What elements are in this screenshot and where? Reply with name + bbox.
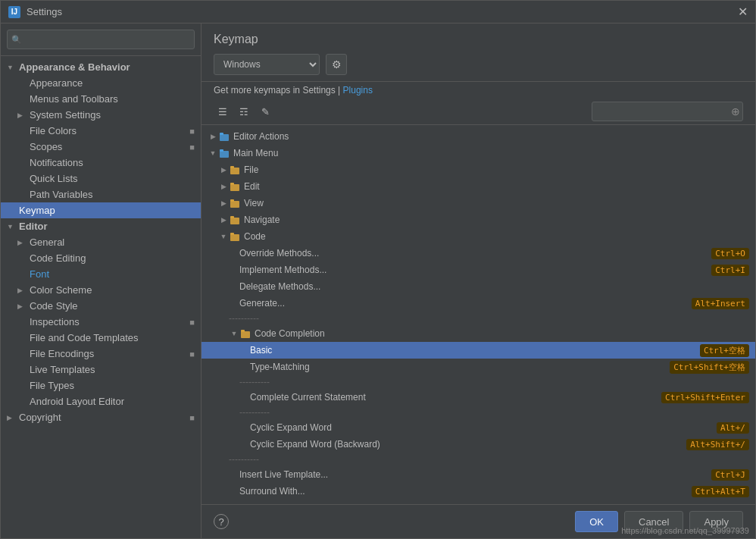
sidebar-item-font[interactable]: Font: [1, 266, 201, 282]
sidebar-item-keymap[interactable]: Keymap: [1, 202, 201, 218]
tree-item-cyclic-expand[interactable]: Cyclic Expand Word Alt+/: [201, 419, 755, 436]
shortcut-badge: Ctrl+O: [711, 248, 749, 259]
sidebar-item-label: Scopes: [30, 141, 62, 152]
tree-item-label: Code Completion: [255, 328, 749, 339]
tree-item-delegate-methods[interactable]: Delegate Methods...: [201, 278, 755, 295]
plugins-link[interactable]: Plugins: [343, 85, 373, 96]
right-panel: Keymap Windows Mac OS X Linux ⚙ Get more…: [201, 24, 755, 538]
shortcut-badge: Ctrl+空格: [700, 344, 749, 357]
chevron-down-icon: ▼: [208, 149, 218, 157]
sidebar-item-code-style[interactable]: ▶ Code Style: [1, 298, 201, 314]
tree-item-complete-current[interactable]: Complete Current Statement Ctrl+Shift+En…: [201, 389, 755, 406]
tree-separator-3: ----------: [201, 406, 755, 419]
sidebar-item-menus-toolbars[interactable]: Menus and Toolbars: [1, 91, 201, 107]
search-field-wrapper: ⊕: [592, 102, 743, 121]
sidebar-item-notifications[interactable]: Notifications: [1, 155, 201, 171]
sidebar-item-label: Notifications: [30, 157, 83, 168]
badge-icon: ■: [189, 127, 195, 136]
badge-icon: ■: [189, 318, 195, 327]
sidebar-item-system-settings[interactable]: ▶ System Settings: [1, 107, 201, 123]
sidebar-search-input[interactable]: [7, 30, 195, 49]
collapse-all-button[interactable]: ☶: [235, 102, 253, 121]
tree-item-code-completion[interactable]: ▼ Code Completion: [201, 325, 755, 342]
tree-item-navigate[interactable]: ▶ Navigate: [201, 212, 755, 228]
sidebar-item-code-editing[interactable]: Code Editing: [1, 250, 201, 266]
tree-item-main-menu[interactable]: ▼ Main Menu: [201, 145, 755, 161]
sidebar-item-label: General: [30, 237, 64, 248]
sidebar-item-color-scheme[interactable]: ▶ Color Scheme: [1, 282, 201, 298]
sidebar-item-label: Quick Lists: [30, 173, 78, 184]
window-title: Settings: [27, 6, 62, 17]
sidebar-item-label: Menus and Toolbars: [30, 93, 118, 105]
sidebar-item-file-code-templates[interactable]: File and Code Templates: [1, 330, 201, 346]
get-more-keymaps-link[interactable]: Get more keymaps in Settings | Plugins: [201, 82, 755, 99]
gear-button[interactable]: ⚙: [326, 54, 347, 75]
tree-separator-1: ----------: [201, 312, 755, 325]
ok-button[interactable]: OK: [575, 511, 618, 532]
sidebar-item-appearance[interactable]: Appearance: [1, 75, 201, 91]
svg-rect-4: [230, 168, 239, 174]
sidebar-item-scopes[interactable]: Scopes ■: [1, 139, 201, 155]
chevron-right-icon: ▶: [17, 239, 25, 246]
keymap-search-input[interactable]: [592, 102, 743, 121]
tree-item-generate[interactable]: Generate... Alt+Insert: [201, 295, 755, 312]
tree-item-label: Cyclic Expand Word (Backward): [250, 439, 686, 450]
edit-action-button[interactable]: ✎: [256, 102, 274, 121]
sidebar-item-file-colors[interactable]: File Colors ■: [1, 123, 201, 139]
pencil-icon: ✎: [261, 106, 270, 118]
tree-item-cyclic-expand-back[interactable]: Cyclic Expand Word (Backward) Alt+Shift+…: [201, 436, 755, 453]
sidebar-item-general[interactable]: ▶ General: [1, 234, 201, 250]
folder-yellow-icon: [229, 197, 241, 209]
tree-item-surround-with[interactable]: Surround With... Ctrl+Alt+T: [201, 483, 755, 500]
sidebar-item-file-encodings[interactable]: File Encodings ■: [1, 346, 201, 362]
tree-item-insert-live-template[interactable]: Insert Live Template... Ctrl+J: [201, 466, 755, 483]
sidebar-item-quick-lists[interactable]: Quick Lists: [1, 171, 201, 186]
expand-all-button[interactable]: ☰: [214, 102, 232, 121]
sidebar-item-live-templates[interactable]: Live Templates: [1, 362, 201, 378]
svg-rect-0: [220, 134, 229, 141]
tree-item-label: Editor Actions: [233, 131, 749, 142]
sidebar-item-label: Appearance & Behavior: [19, 61, 130, 73]
title-bar: IJ Settings ✕: [1, 1, 755, 24]
close-button[interactable]: ✕: [738, 6, 748, 18]
tree-item-code[interactable]: ▼ Code: [201, 228, 755, 245]
chevron-right-icon: ▶: [17, 111, 25, 119]
sidebar-item-appearance-behavior[interactable]: ▼ Appearance & Behavior: [1, 59, 201, 75]
tree-item-override-methods[interactable]: Override Methods... Ctrl+O: [201, 245, 755, 262]
sidebar-item-label: Inspections: [30, 316, 80, 327]
svg-rect-14: [241, 331, 250, 338]
tree-item-edit[interactable]: ▶ Edit: [201, 178, 755, 195]
tree-item-label: Type-Matching: [250, 362, 670, 372]
sidebar-item-label: File and Code Templates: [30, 332, 139, 343]
sidebar-item-copyright[interactable]: ▶ Copyright ■: [1, 409, 201, 425]
sidebar-item-file-types[interactable]: File Types: [1, 378, 201, 393]
svg-rect-3: [220, 149, 223, 152]
tree-item-editor-actions[interactable]: ▶ Editor Actions: [201, 128, 755, 145]
sidebar-item-inspections[interactable]: Inspections ■: [1, 314, 201, 330]
tree-item-label: Surround With...: [239, 486, 692, 497]
tree-item-implement-methods[interactable]: Implement Methods... Ctrl+I: [201, 262, 755, 278]
sidebar-item-path-variables[interactable]: Path Variables: [1, 186, 201, 202]
panel-header: Keymap Windows Mac OS X Linux ⚙: [201, 24, 755, 82]
badge-icon: ■: [189, 143, 195, 152]
search-addon-button[interactable]: ⊕: [729, 104, 742, 119]
tree-item-view[interactable]: ▶ View: [201, 195, 755, 212]
svg-rect-2: [220, 151, 229, 158]
chevron-right-icon: ▶: [208, 133, 218, 140]
chevron-right-icon: ▶: [218, 166, 229, 174]
folder-yellow-icon: [239, 327, 251, 340]
svg-rect-11: [230, 216, 234, 218]
tree-item-file[interactable]: ▶ File: [201, 161, 755, 178]
tree-item-label: Code: [244, 231, 749, 242]
chevron-right-icon: ▶: [7, 414, 14, 421]
help-button[interactable]: ?: [214, 514, 229, 529]
keymap-dropdown[interactable]: Windows Mac OS X Linux: [214, 54, 320, 75]
tree-item-type-matching[interactable]: Type-Matching Ctrl+Shift+空格: [201, 359, 755, 375]
chevron-down-icon: ▼: [7, 223, 14, 230]
chevron-right-icon: ▶: [218, 183, 229, 190]
sidebar-item-android-layout-editor[interactable]: Android Layout Editor: [1, 393, 201, 409]
folder-icon: [218, 147, 230, 159]
tree-item-basic[interactable]: Basic Ctrl+空格: [201, 342, 755, 359]
keymap-tree: ▶ Editor Actions ▼ Main: [201, 125, 755, 504]
sidebar-item-editor[interactable]: ▼ Editor: [1, 218, 201, 234]
